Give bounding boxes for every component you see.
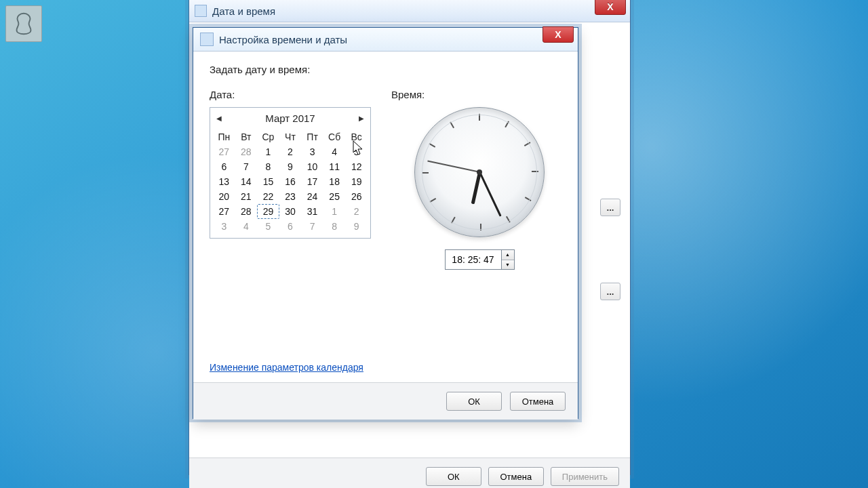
clock-tick <box>506 216 511 223</box>
calendar-day[interactable]: 7 <box>301 219 323 234</box>
calendar-day[interactable]: 2 <box>279 144 302 159</box>
calendar-day[interactable]: 30 <box>279 204 302 219</box>
calendar-day[interactable]: 25 <box>323 189 346 204</box>
close-icon: X <box>555 29 561 40</box>
window-footer: ОК Отмена Применить <box>189 458 630 488</box>
calendar-dow: Чт <box>279 129 302 144</box>
dialog-body: Задать дату и время: Дата: ◀ Март 2017 ▶… <box>193 52 578 382</box>
dragon-icon <box>11 11 37 37</box>
calendar-prev-button[interactable]: ◀ <box>214 113 224 123</box>
calendar-day[interactable]: 24 <box>301 189 323 204</box>
time-spinner-down[interactable]: ▼ <box>502 260 514 270</box>
time-spinner-up[interactable]: ▲ <box>502 250 514 260</box>
calendar-day[interactable]: 7 <box>235 159 258 174</box>
analog-clock <box>414 107 545 237</box>
calendar-day[interactable]: 17 <box>301 174 323 189</box>
clock-tick <box>505 121 509 128</box>
calendar-day[interactable]: 26 <box>345 189 368 204</box>
calendar-day[interactable]: 21 <box>235 189 258 204</box>
calendar-day[interactable]: 15 <box>257 174 279 189</box>
calendar-day[interactable]: 20 <box>213 189 235 204</box>
calendar-day[interactable]: 28 <box>235 204 258 219</box>
time-label: Время: <box>391 89 568 100</box>
background-ellipsis-button-2[interactable]: ... <box>600 283 620 300</box>
dialog-titlebar[interactable]: Настройка времени и даты X <box>193 28 578 52</box>
dialog-cancel-button[interactable]: Отмена <box>510 392 566 411</box>
parent-ok-button[interactable]: ОК <box>426 467 481 486</box>
time-spinner: ▲ ▼ <box>502 249 515 270</box>
parent-cancel-button[interactable]: Отмена <box>488 467 544 486</box>
calendar-day[interactable]: 22 <box>257 189 279 204</box>
calendar-day[interactable]: 13 <box>213 174 235 189</box>
dialog-heading: Задать дату и время: <box>210 64 561 75</box>
clock-tick <box>451 217 456 224</box>
clock-second-hand <box>428 161 480 173</box>
calendar-day[interactable]: 2 <box>345 204 368 219</box>
calendar-dow: Пн <box>213 129 235 144</box>
calendar-day[interactable]: 29 <box>257 204 279 219</box>
chevron-down-icon: ▼ <box>505 262 510 267</box>
window-close-button[interactable]: X <box>595 0 626 15</box>
calendar-header: ◀ Март 2017 ▶ <box>210 108 370 128</box>
calendar-dow: Сб <box>323 129 346 144</box>
calendar-day[interactable]: 9 <box>345 219 368 234</box>
calendar-dow: Вс <box>345 129 368 144</box>
clock-tick <box>480 224 481 230</box>
calendar-day[interactable]: 6 <box>279 219 302 234</box>
calendar-day[interactable]: 8 <box>257 159 279 174</box>
calendar-settings-link[interactable]: Изменение параметров календаря <box>210 362 363 373</box>
dialog-icon <box>200 33 214 46</box>
calendar-day[interactable]: 19 <box>345 174 368 189</box>
calendar-day[interactable]: 8 <box>323 219 346 234</box>
calendar-day[interactable]: 5 <box>345 144 368 159</box>
calendar-day[interactable]: 1 <box>323 204 346 219</box>
dialog-title: Настройка времени и даты <box>219 34 347 45</box>
calendar-day[interactable]: 5 <box>257 219 279 234</box>
clock-tick <box>525 197 532 201</box>
window-titlebar[interactable]: Дата и время X <box>189 0 630 22</box>
clock-tick <box>532 171 538 172</box>
calendar-month-label[interactable]: Март 2017 <box>265 113 315 124</box>
clock-center-pin <box>477 169 482 175</box>
calendar-day[interactable]: 11 <box>323 159 346 174</box>
calendar-next-button[interactable]: ▶ <box>357 113 366 123</box>
calendar-day[interactable]: 27 <box>213 204 235 219</box>
dialog-ok-button[interactable]: ОК <box>446 392 502 411</box>
calendar-day[interactable]: 4 <box>323 144 346 159</box>
parent-apply-button[interactable]: Применить <box>551 467 619 486</box>
background-ellipsis-button-1[interactable]: ... <box>600 199 620 216</box>
dialog-footer: ОК Отмена <box>193 382 578 420</box>
chevron-right-icon: ▶ <box>359 115 364 122</box>
clock-tick <box>524 142 531 146</box>
calendar-day[interactable]: 4 <box>235 219 258 234</box>
clock-minute-hand <box>479 171 501 216</box>
clock-tick <box>450 122 454 129</box>
calendar-day[interactable]: 1 <box>257 144 279 159</box>
calendar-day[interactable]: 28 <box>235 144 258 159</box>
dialog-close-button[interactable]: X <box>542 26 574 43</box>
clock-hour-hand <box>471 171 481 204</box>
calendar: ◀ Март 2017 ▶ ПнВтСрЧтПтСбВс272812345678… <box>210 107 371 239</box>
calendar-day[interactable]: 18 <box>323 174 346 189</box>
clock-tick <box>429 143 436 148</box>
desktop-shortcut-icon[interactable] <box>5 5 42 42</box>
window-icon <box>195 5 207 17</box>
calendar-day[interactable]: 16 <box>279 174 302 189</box>
calendar-day[interactable]: 10 <box>301 159 323 174</box>
calendar-day[interactable]: 27 <box>213 144 235 159</box>
calendar-day[interactable]: 31 <box>301 204 323 219</box>
calendar-dow: Ср <box>257 129 279 144</box>
calendar-day[interactable]: 23 <box>279 189 302 204</box>
clock-tick <box>430 198 437 203</box>
chevron-up-icon: ▲ <box>505 252 510 257</box>
calendar-day[interactable]: 14 <box>235 174 258 189</box>
close-icon: X <box>607 1 613 12</box>
calendar-day[interactable]: 6 <box>213 159 235 174</box>
calendar-day[interactable]: 12 <box>345 159 368 174</box>
calendar-day[interactable]: 9 <box>279 159 302 174</box>
date-time-settings-dialog: Настройка времени и даты X Задать дату и… <box>193 27 578 419</box>
calendar-day[interactable]: 3 <box>213 219 235 234</box>
clock-tick <box>479 114 480 121</box>
time-input[interactable] <box>445 249 502 270</box>
calendar-day[interactable]: 3 <box>301 144 323 159</box>
